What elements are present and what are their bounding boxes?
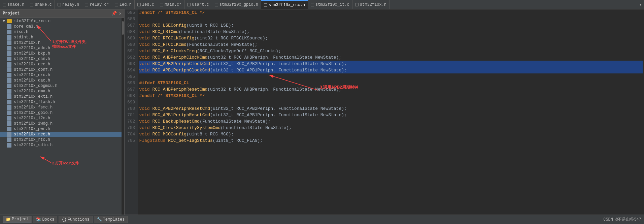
project-tab-icon: 📁 bbox=[6, 217, 11, 222]
code-line: void RCC_APB1PeriphResetCmd(uint32_t RCC… bbox=[139, 112, 643, 118]
code-line: void RCC_AHBPeriphClockCmd(uint32_t RCC_… bbox=[139, 54, 643, 61]
status-tab-templates[interactable]: 🔧 Templates bbox=[94, 216, 128, 223]
tab-label: shake.c bbox=[35, 2, 52, 7]
tree-item-label: core_cm3.h bbox=[14, 24, 38, 29]
tree-item-misc_h[interactable]: misc.h bbox=[0, 29, 122, 35]
file-icon bbox=[7, 40, 11, 45]
tree-item-stm32f10x_flash_h[interactable]: stm32f10x_flash.h bbox=[0, 99, 122, 105]
tab-main_c_[interactable]: main.c* bbox=[157, 0, 184, 9]
tree-item-stm32f10x_fsmc_h[interactable]: stm32f10x_fsmc.h bbox=[0, 105, 122, 110]
tab-file-icon bbox=[58, 3, 61, 6]
tab-label: stm32f10x.h bbox=[360, 2, 386, 7]
file-icon bbox=[7, 30, 11, 34]
file-icon bbox=[7, 24, 11, 29]
file-icon bbox=[7, 116, 11, 121]
code-line: void RCC_APB2PeriphResetCmd(uint32_t RCC… bbox=[139, 105, 643, 112]
tab-stm32f10x_it_c[interactable]: stm32f10x_it.c bbox=[308, 0, 352, 9]
file-icon bbox=[7, 143, 11, 148]
tree-item-stm32f10x_pwr_h[interactable]: stm32f10x_pwr.h bbox=[0, 126, 122, 132]
books-tab-label: Books bbox=[42, 217, 54, 222]
tab-label: usart.c bbox=[192, 2, 209, 7]
file-icon bbox=[7, 127, 11, 131]
line-number: 693 bbox=[127, 61, 135, 67]
sidebar-tree[interactable]: ▼stm32f10x_rcc.ccore_cm3.hmisc.hstdint.h… bbox=[0, 18, 122, 215]
code-line: FlagStatus RCC_GetFlagStatus(uint8_t RCC… bbox=[139, 137, 643, 144]
tab-shake_c[interactable]: shake.c bbox=[27, 0, 55, 9]
tab-file-icon bbox=[137, 3, 141, 6]
code-line: void RCC_RTCCLKCmd(FunctionalState NewSt… bbox=[139, 41, 643, 48]
pin-icon[interactable]: 📌 bbox=[111, 11, 117, 16]
tab-led_c[interactable]: led.c bbox=[135, 0, 157, 9]
code-line bbox=[139, 99, 643, 105]
tab-relay_h[interactable]: relay.h bbox=[55, 0, 82, 9]
tree-item-stm32f10x_gpio_h[interactable]: stm32f10x_gpio.h bbox=[0, 110, 122, 116]
tab-label: relay.c* bbox=[90, 2, 109, 7]
code-line: void RCC_AHBPeriphResetCmd(uint32_t RCC_… bbox=[139, 86, 643, 93]
code-line: #endif /* STM32F10X_CL */ bbox=[139, 9, 643, 16]
code-line: #endif /* STM32F10X_CL */ bbox=[139, 93, 643, 99]
tree-item-label: stm32f10x_sdio.h bbox=[14, 143, 53, 148]
tree-item-stm32f10x_i2c_h[interactable]: stm32f10x_i2c.h bbox=[0, 116, 122, 121]
line-number: 688 bbox=[127, 29, 135, 35]
code-line: void RCC_GetClocksFreq(RCC_ClocksTypeDef… bbox=[139, 48, 643, 54]
tab-stm32f10x_h[interactable]: stm32f10x.h bbox=[352, 0, 389, 9]
tab-label: stm32f10x_it.c bbox=[315, 2, 349, 7]
tab-shake_h[interactable]: shake.h bbox=[0, 0, 27, 9]
tree-item-stm32f10x_rtc_h[interactable]: stm32f10x_rtc.h bbox=[0, 137, 122, 142]
tree-item-stdint_h[interactable]: stdint.h bbox=[0, 35, 122, 40]
tree-item-label: stm32f10x_i2c.h bbox=[14, 116, 50, 121]
close-sidebar-icon[interactable]: ✕ bbox=[119, 11, 122, 16]
functions-tab-label: Functions bbox=[68, 217, 90, 222]
line-number: 690 bbox=[127, 41, 135, 48]
functions-tab-icon: {} bbox=[62, 217, 66, 222]
tree-item-stm32f10x_can_h[interactable]: stm32f10x_can.h bbox=[0, 56, 122, 62]
tree-item-stm32f10x_dma_h[interactable]: stm32f10x_dma.h bbox=[0, 89, 122, 94]
code-content[interactable]: #endif /* STM32F10X_CL */ void RCC_LSECo… bbox=[138, 9, 644, 215]
file-icon bbox=[7, 94, 11, 99]
tab-usart_c[interactable]: usart.c bbox=[184, 0, 212, 9]
tab-file-icon bbox=[215, 3, 218, 6]
tree-item-core_cm3_h[interactable]: core_cm3.h bbox=[0, 24, 122, 29]
status-tab-functions[interactable]: {} Functions bbox=[59, 216, 92, 223]
file-icon bbox=[7, 51, 11, 56]
tree-item-stm32f10x_dbgmcu_h[interactable]: stm32f10x_dbgmcu.h bbox=[0, 83, 122, 89]
code-line: void RCC_MCOConfig(uint8_t RCC_MCO); bbox=[139, 131, 643, 137]
tree-item-stm32f10x_cec_h[interactable]: stm32f10x_cec.h bbox=[0, 62, 122, 67]
project-tab-label: Project bbox=[12, 217, 29, 222]
tree-item-label: stm32f10x_cec.h bbox=[14, 62, 50, 67]
tree-item-stm32f10x_h[interactable]: stm32f10x.h bbox=[0, 40, 122, 45]
tree-item-label: stm32f10x_bkp.h bbox=[14, 51, 50, 56]
file-icon bbox=[7, 73, 11, 77]
code-container: 6856866876886896906916926936946956966976… bbox=[125, 9, 644, 215]
sidebar: Project 📌 ✕ ▼stm32f10x_rcc.ccore_cm3.hmi… bbox=[0, 9, 125, 215]
line-number: 700 bbox=[127, 105, 135, 112]
tree-item-stm32f10x_iwdg_h[interactable]: stm32f10x_iwdg.h bbox=[0, 121, 122, 126]
tab-stm32f10x_rcc_h[interactable]: stm32f10x_rcc.h bbox=[261, 0, 308, 9]
tab-relay_c_[interactable]: relay.c* bbox=[82, 0, 112, 9]
status-tab-project[interactable]: 📁 Project bbox=[3, 216, 32, 223]
file-icon bbox=[7, 137, 11, 142]
expand-icon: ▼ bbox=[3, 19, 5, 24]
sidebar-scrollbar-thumb[interactable] bbox=[122, 21, 124, 35]
sidebar-title: Project bbox=[3, 11, 20, 16]
tree-item-stm32f10x_crc_h[interactable]: stm32f10x_crc.h bbox=[0, 72, 122, 78]
tab-stm32f10x_gpio_h[interactable]: stm32f10x_gpio.h bbox=[212, 0, 261, 9]
tree-item-stm32f10x_rcc_h[interactable]: stm32f10x_rcc.h bbox=[0, 132, 122, 137]
file-icon bbox=[7, 100, 11, 104]
tree-item-stm32f10x_adc_h[interactable]: stm32f10x_adc.h bbox=[0, 45, 122, 51]
tree-item-label: stm32f10x_dma.h bbox=[14, 89, 50, 94]
tree-item-stm32f10x_exti_h[interactable]: stm32f10x_exti.h bbox=[0, 94, 122, 99]
tab-label: led.h bbox=[120, 2, 132, 7]
status-tab-books[interactable]: 📚 Books bbox=[33, 216, 57, 223]
line-number: 691 bbox=[127, 48, 135, 54]
tab-overflow-button[interactable]: ▾ bbox=[637, 2, 644, 7]
tree-item-label: stm32f10x_rcc.h bbox=[14, 132, 50, 137]
file-icon bbox=[7, 78, 11, 83]
tab-file-icon bbox=[30, 3, 33, 6]
tab-led_h[interactable]: led.h bbox=[112, 0, 135, 9]
tree-item-stm32f10x_sdio_h[interactable]: stm32f10x_sdio.h bbox=[0, 142, 122, 148]
tree-item-stm32f10x_conf_h[interactable]: stm32f10x_conf.h bbox=[0, 67, 122, 72]
tree-item-stm32f10x_rcc_c[interactable]: ▼stm32f10x_rcc.c bbox=[0, 19, 122, 24]
tree-item-stm32f10x_bkp_h[interactable]: stm32f10x_bkp.h bbox=[0, 51, 122, 56]
tree-item-stm32f10x_dac_h[interactable]: stm32f10x_dac.h bbox=[0, 78, 122, 83]
